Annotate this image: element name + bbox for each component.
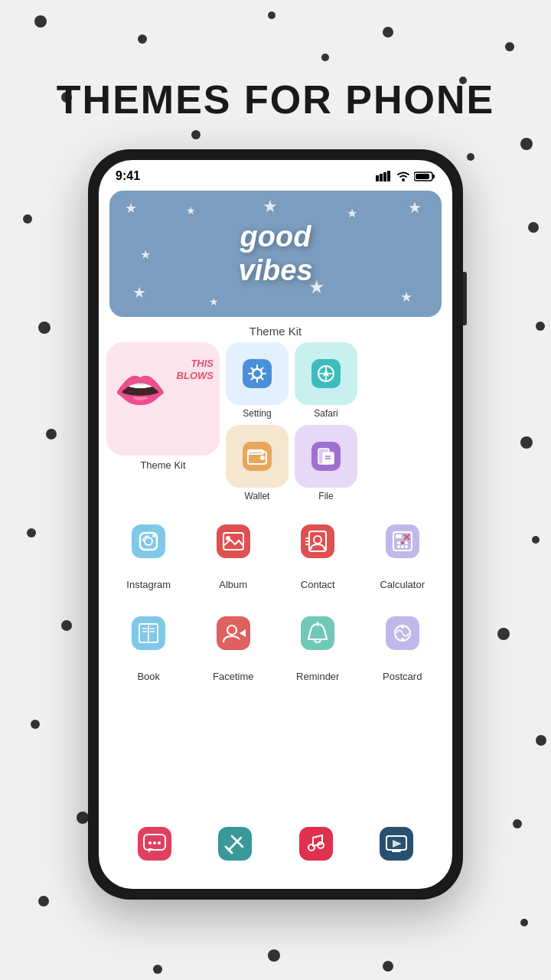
small-app-0[interactable]: Setting xyxy=(226,342,289,419)
svg-rect-8 xyxy=(243,359,272,388)
phone-frame: 9:41 xyxy=(88,149,463,900)
small-app-3[interactable]: File xyxy=(295,425,357,501)
dot-28 xyxy=(191,130,201,139)
dot-9 xyxy=(528,222,539,233)
app-section-main: 👄 THISBLOWS Theme Kit SettingSafariWalle… xyxy=(99,342,452,501)
dot-22 xyxy=(38,896,49,906)
svg-point-37 xyxy=(397,541,400,544)
row2-app-2[interactable]: Contact xyxy=(284,508,351,590)
dot-24 xyxy=(268,949,280,962)
svg-point-30 xyxy=(226,536,230,541)
star-1: ★ xyxy=(125,200,137,217)
signal-icon xyxy=(376,171,393,181)
app-row-2: InstagramAlbumContactCalculator xyxy=(99,505,452,593)
dot-20 xyxy=(77,812,89,824)
small-app-label-1: Safari xyxy=(314,408,337,419)
star-2: ★ xyxy=(186,204,196,217)
row3-app-1[interactable]: Facetime xyxy=(200,599,267,682)
battery-icon xyxy=(414,171,435,181)
dot-3 xyxy=(383,27,393,38)
big-app-icon[interactable]: 👄 THISBLOWS xyxy=(106,342,220,456)
dot-13 xyxy=(520,436,533,449)
svg-point-39 xyxy=(405,541,408,544)
big-app-container: 👄 THISBLOWS Theme Kit xyxy=(106,342,220,501)
svg-point-63 xyxy=(153,841,156,844)
svg-point-27 xyxy=(152,534,155,537)
row3-app-0[interactable]: Book xyxy=(115,599,182,682)
svg-rect-0 xyxy=(376,175,379,181)
wallpaper-banner: ★ ★ ★ ★ ★ ★ ★ ★ ★ ★ good vibes xyxy=(109,191,442,317)
dot-1 xyxy=(138,34,147,44)
svg-point-58 xyxy=(401,626,404,629)
row2-label-3: Calculator xyxy=(380,579,425,590)
dock xyxy=(99,812,452,875)
dock-app-0[interactable] xyxy=(123,812,186,875)
phone-screen: 9:41 xyxy=(99,160,452,889)
svg-rect-36 xyxy=(396,534,402,538)
dot-19 xyxy=(536,735,546,746)
row2-app-3[interactable]: Calculator xyxy=(369,508,436,590)
star-4: ★ xyxy=(347,206,357,220)
big-app-label: Theme Kit xyxy=(140,459,185,471)
dot-23 xyxy=(520,919,528,926)
row2-label-2: Contact xyxy=(301,579,335,590)
small-app-label-3: File xyxy=(318,491,333,501)
small-app-label-2: Wallet xyxy=(245,491,270,501)
star-7: ★ xyxy=(209,296,219,308)
dot-18 xyxy=(31,720,40,729)
dot-15 xyxy=(532,536,540,544)
svg-point-38 xyxy=(401,541,404,544)
row3-app-2[interactable]: Reminder xyxy=(284,599,351,682)
star-9: ★ xyxy=(400,289,412,305)
svg-rect-68 xyxy=(299,827,333,861)
dot-21 xyxy=(513,819,522,828)
dot-17 xyxy=(497,628,510,640)
dot-7 xyxy=(520,138,533,150)
dot-25 xyxy=(153,965,162,974)
dock-app-3[interactable] xyxy=(365,812,428,875)
banner-text: good vibes xyxy=(238,220,312,287)
row2-label-0: Instagram xyxy=(126,579,171,590)
dot-27 xyxy=(321,54,329,61)
svg-rect-54 xyxy=(301,616,334,650)
row3-label-2: Reminder xyxy=(296,671,339,682)
status-time: 9:41 xyxy=(116,169,140,183)
svg-point-18 xyxy=(260,456,265,460)
svg-rect-1 xyxy=(380,174,383,181)
row2-app-1[interactable]: Album xyxy=(200,508,267,590)
svg-point-59 xyxy=(401,638,404,641)
small-icon-grid: SettingSafariWalletFile xyxy=(226,342,357,501)
star-5: ★ xyxy=(408,198,422,217)
svg-rect-24 xyxy=(132,524,165,558)
row2-app-0[interactable]: Instagram xyxy=(115,508,182,590)
dot-8 xyxy=(23,214,32,224)
dot-10 xyxy=(38,322,51,334)
dot-26 xyxy=(383,961,393,972)
svg-point-4 xyxy=(402,178,405,181)
star-6: ★ xyxy=(132,283,146,302)
svg-point-40 xyxy=(397,545,400,548)
small-app-label-0: Setting xyxy=(243,408,271,419)
dock-app-2[interactable] xyxy=(285,812,347,875)
theme-kit-section-label: Theme Kit xyxy=(99,325,452,338)
svg-point-41 xyxy=(401,545,404,548)
svg-rect-7 xyxy=(416,174,429,179)
phone-side-button xyxy=(463,272,467,325)
row3-label-0: Book xyxy=(137,671,160,682)
star-3: ★ xyxy=(262,197,278,217)
dot-0 xyxy=(34,15,47,28)
status-bar: 9:41 xyxy=(99,160,452,188)
dot-16 xyxy=(61,620,72,631)
dot-29 xyxy=(467,153,474,161)
svg-rect-15 xyxy=(243,442,272,471)
dock-app-1[interactable] xyxy=(204,812,266,875)
row3-app-3[interactable]: Postcard xyxy=(369,599,436,682)
dot-11 xyxy=(536,322,545,331)
dot-2 xyxy=(268,11,276,19)
small-app-2[interactable]: Wallet xyxy=(226,425,289,501)
row3-label-3: Postcard xyxy=(383,671,422,682)
svg-point-42 xyxy=(405,545,408,548)
svg-point-62 xyxy=(148,841,152,844)
small-app-1[interactable]: Safari xyxy=(295,342,357,419)
wifi-icon xyxy=(396,171,410,181)
